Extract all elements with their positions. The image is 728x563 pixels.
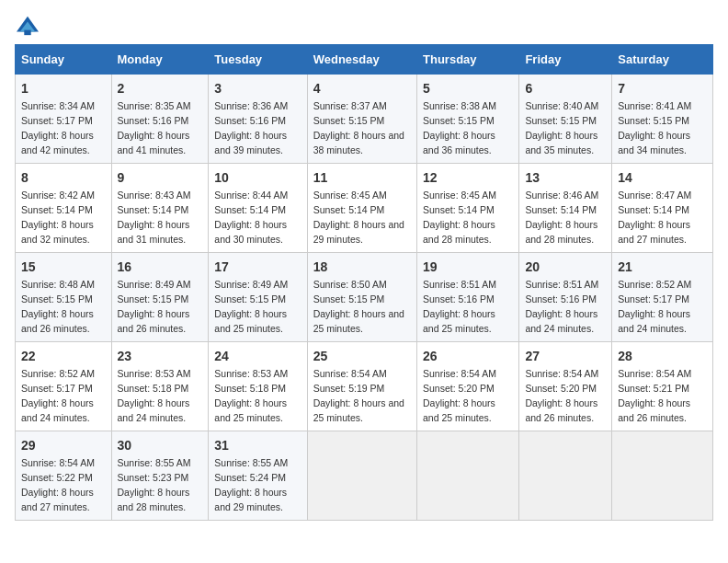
calendar-cell: 10Sunrise: 8:44 AMSunset: 5:14 PMDayligh… <box>209 164 307 253</box>
day-info: Sunrise: 8:54 AMSunset: 5:20 PMDaylight:… <box>525 368 598 423</box>
day-number: 26 <box>423 347 513 365</box>
day-number: 20 <box>525 258 606 276</box>
calendar-cell <box>417 431 519 521</box>
col-header-monday: Monday <box>111 45 209 75</box>
calendar-cell: 23Sunrise: 8:53 AMSunset: 5:18 PMDayligh… <box>111 342 209 431</box>
calendar-cell: 15Sunrise: 8:48 AMSunset: 5:15 PMDayligh… <box>16 253 112 342</box>
day-info: Sunrise: 8:54 AMSunset: 5:20 PMDaylight:… <box>423 368 496 423</box>
week-row-2: 8Sunrise: 8:42 AMSunset: 5:14 PMDaylight… <box>16 164 713 253</box>
calendar-cell: 13Sunrise: 8:46 AMSunset: 5:14 PMDayligh… <box>519 164 612 253</box>
day-number: 23 <box>118 347 203 365</box>
day-number: 16 <box>118 258 203 276</box>
day-number: 6 <box>525 79 606 98</box>
calendar-cell <box>519 431 612 521</box>
day-number: 12 <box>423 168 513 187</box>
calendar-cell: 20Sunrise: 8:51 AMSunset: 5:16 PMDayligh… <box>519 253 612 342</box>
calendar-cell: 3Sunrise: 8:36 AMSunset: 5:16 PMDaylight… <box>209 75 307 164</box>
week-row-4: 22Sunrise: 8:52 AMSunset: 5:17 PMDayligh… <box>16 342 713 431</box>
col-header-saturday: Saturday <box>612 45 713 75</box>
day-info: Sunrise: 8:54 AMSunset: 5:21 PMDaylight:… <box>618 368 691 423</box>
calendar-cell: 2Sunrise: 8:35 AMSunset: 5:16 PMDaylight… <box>111 75 209 164</box>
calendar-cell: 17Sunrise: 8:49 AMSunset: 5:15 PMDayligh… <box>209 253 307 342</box>
calendar-cell: 29Sunrise: 8:54 AMSunset: 5:22 PMDayligh… <box>16 431 112 521</box>
calendar-cell: 14Sunrise: 8:47 AMSunset: 5:14 PMDayligh… <box>612 164 713 253</box>
calendar-cell: 26Sunrise: 8:54 AMSunset: 5:20 PMDayligh… <box>417 342 519 431</box>
calendar-cell: 21Sunrise: 8:52 AMSunset: 5:17 PMDayligh… <box>612 253 713 342</box>
day-info: Sunrise: 8:42 AMSunset: 5:14 PMDaylight:… <box>21 190 95 245</box>
col-header-thursday: Thursday <box>417 45 519 75</box>
day-number: 13 <box>525 168 606 187</box>
calendar-cell <box>307 431 416 521</box>
day-number: 21 <box>618 258 707 276</box>
calendar-cell: 28Sunrise: 8:54 AMSunset: 5:21 PMDayligh… <box>612 342 713 431</box>
day-number: 11 <box>313 168 411 187</box>
day-info: Sunrise: 8:45 AMSunset: 5:14 PMDaylight:… <box>313 190 404 245</box>
day-info: Sunrise: 8:40 AMSunset: 5:15 PMDaylight:… <box>525 100 598 155</box>
calendar-cell: 4Sunrise: 8:37 AMSunset: 5:15 PMDaylight… <box>307 75 416 164</box>
calendar-cell: 8Sunrise: 8:42 AMSunset: 5:14 PMDaylight… <box>16 164 112 253</box>
calendar-cell: 22Sunrise: 8:52 AMSunset: 5:17 PMDayligh… <box>16 342 112 431</box>
day-number: 19 <box>423 258 513 276</box>
calendar-cell: 9Sunrise: 8:43 AMSunset: 5:14 PMDaylight… <box>111 164 209 253</box>
day-info: Sunrise: 8:51 AMSunset: 5:16 PMDaylight:… <box>423 279 496 334</box>
calendar-cell: 16Sunrise: 8:49 AMSunset: 5:15 PMDayligh… <box>111 253 209 342</box>
day-info: Sunrise: 8:45 AMSunset: 5:14 PMDaylight:… <box>423 190 496 245</box>
calendar-cell: 24Sunrise: 8:53 AMSunset: 5:18 PMDayligh… <box>209 342 307 431</box>
calendar-cell: 6Sunrise: 8:40 AMSunset: 5:15 PMDaylight… <box>519 75 612 164</box>
calendar-cell: 27Sunrise: 8:54 AMSunset: 5:20 PMDayligh… <box>519 342 612 431</box>
calendar-cell: 5Sunrise: 8:38 AMSunset: 5:15 PMDaylight… <box>417 75 519 164</box>
col-header-sunday: Sunday <box>16 45 112 75</box>
day-info: Sunrise: 8:52 AMSunset: 5:17 PMDaylight:… <box>21 368 95 423</box>
day-info: Sunrise: 8:38 AMSunset: 5:15 PMDaylight:… <box>423 100 496 155</box>
day-number: 24 <box>214 347 301 365</box>
day-number: 10 <box>214 168 301 187</box>
day-number: 30 <box>118 436 203 454</box>
day-info: Sunrise: 8:41 AMSunset: 5:15 PMDaylight:… <box>618 100 691 155</box>
day-info: Sunrise: 8:47 AMSunset: 5:14 PMDaylight:… <box>618 190 691 245</box>
day-number: 22 <box>21 347 106 365</box>
day-number: 5 <box>423 79 513 98</box>
day-info: Sunrise: 8:49 AMSunset: 5:15 PMDaylight:… <box>214 279 288 334</box>
day-number: 17 <box>214 258 301 276</box>
day-info: Sunrise: 8:44 AMSunset: 5:14 PMDaylight:… <box>214 190 288 245</box>
day-number: 7 <box>618 79 707 98</box>
day-number: 14 <box>618 168 707 187</box>
calendar-cell: 25Sunrise: 8:54 AMSunset: 5:19 PMDayligh… <box>307 342 416 431</box>
calendar-cell: 31Sunrise: 8:55 AMSunset: 5:24 PMDayligh… <box>209 431 307 521</box>
week-row-3: 15Sunrise: 8:48 AMSunset: 5:15 PMDayligh… <box>16 253 713 342</box>
day-info: Sunrise: 8:53 AMSunset: 5:18 PMDaylight:… <box>118 368 191 423</box>
week-row-1: 1Sunrise: 8:34 AMSunset: 5:17 PMDaylight… <box>16 75 713 164</box>
col-header-tuesday: Tuesday <box>209 45 307 75</box>
day-number: 28 <box>618 347 707 365</box>
calendar-cell: 7Sunrise: 8:41 AMSunset: 5:15 PMDaylight… <box>612 75 713 164</box>
day-number: 18 <box>313 258 411 276</box>
day-number: 4 <box>313 79 411 98</box>
col-header-wednesday: Wednesday <box>307 45 416 75</box>
day-info: Sunrise: 8:37 AMSunset: 5:15 PMDaylight:… <box>313 100 404 155</box>
day-info: Sunrise: 8:34 AMSunset: 5:17 PMDaylight:… <box>21 100 95 155</box>
day-number: 9 <box>118 168 203 187</box>
logo-icon <box>15 15 40 37</box>
day-info: Sunrise: 8:53 AMSunset: 5:18 PMDaylight:… <box>214 368 288 423</box>
day-info: Sunrise: 8:51 AMSunset: 5:16 PMDaylight:… <box>525 279 598 334</box>
day-info: Sunrise: 8:55 AMSunset: 5:23 PMDaylight:… <box>118 457 191 512</box>
day-number: 3 <box>214 79 301 98</box>
calendar-cell: 30Sunrise: 8:55 AMSunset: 5:23 PMDayligh… <box>111 431 209 521</box>
calendar-cell: 18Sunrise: 8:50 AMSunset: 5:15 PMDayligh… <box>307 253 416 342</box>
calendar-cell: 19Sunrise: 8:51 AMSunset: 5:16 PMDayligh… <box>417 253 519 342</box>
page-header <box>15 15 713 37</box>
day-number: 27 <box>525 347 606 365</box>
day-info: Sunrise: 8:48 AMSunset: 5:15 PMDaylight:… <box>21 279 95 334</box>
calendar-table: SundayMondayTuesdayWednesdayThursdayFrid… <box>15 44 713 521</box>
day-number: 29 <box>21 436 106 454</box>
calendar-cell: 1Sunrise: 8:34 AMSunset: 5:17 PMDaylight… <box>16 75 112 164</box>
day-info: Sunrise: 8:54 AMSunset: 5:19 PMDaylight:… <box>313 368 404 423</box>
day-info: Sunrise: 8:46 AMSunset: 5:14 PMDaylight:… <box>525 190 598 245</box>
day-info: Sunrise: 8:50 AMSunset: 5:15 PMDaylight:… <box>313 279 404 334</box>
day-info: Sunrise: 8:36 AMSunset: 5:16 PMDaylight:… <box>214 100 288 155</box>
day-number: 15 <box>21 258 106 276</box>
day-info: Sunrise: 8:55 AMSunset: 5:24 PMDaylight:… <box>214 457 288 512</box>
calendar-cell: 12Sunrise: 8:45 AMSunset: 5:14 PMDayligh… <box>417 164 519 253</box>
day-info: Sunrise: 8:52 AMSunset: 5:17 PMDaylight:… <box>618 279 691 334</box>
day-number: 31 <box>214 436 301 454</box>
